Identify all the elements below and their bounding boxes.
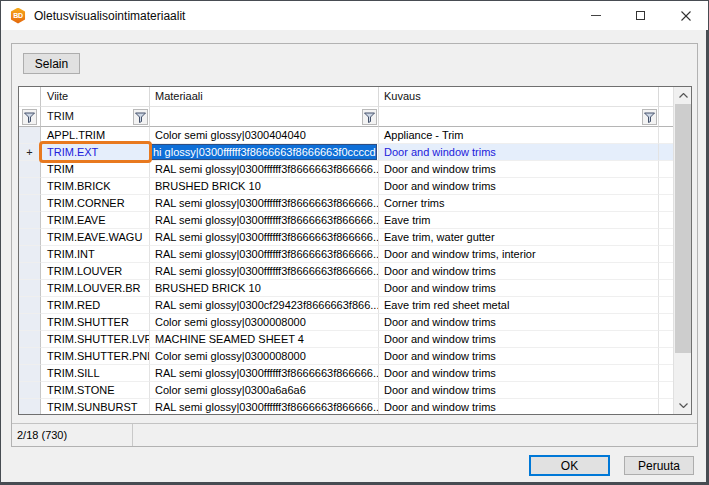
cell-viite[interactable]: TRIM.EAVE.WAGU: [41, 229, 150, 246]
vertical-scrollbar[interactable]: [673, 87, 691, 414]
row-selector-cell[interactable]: [19, 314, 41, 331]
cell-materiaali[interactable]: Color semi glossy|0300a6a6a6: [150, 382, 379, 399]
cell-viite[interactable]: TRIM: [41, 161, 150, 178]
cell-materiaali[interactable]: hi glossy|0300ffffff3f8666663f8666663f0c…: [150, 144, 379, 161]
cancel-button[interactable]: Peruuta: [624, 456, 694, 475]
ok-button[interactable]: OK: [529, 455, 610, 476]
table-row[interactable]: TRIM.SILLRAL semi glossy|0300ffffff3f866…: [19, 365, 673, 382]
table-row[interactable]: APPL.TRIMColor semi glossy|0300404040App…: [19, 127, 673, 144]
material-edit-input[interactable]: hi glossy|0300ffffff3f8666663f8666663f0c…: [150, 144, 377, 160]
table-row[interactable]: TRIM.LOUVER.BRBRUSHED BRICK 10Door and w…: [19, 280, 673, 297]
cell-materiaali[interactable]: MACHINE SEAMED SHEET 4: [150, 331, 379, 348]
table-row[interactable]: TRIM.STONEColor semi glossy|0300a6a6a6Do…: [19, 382, 673, 399]
cell-viite[interactable]: TRIM.LOUVER.BR: [41, 280, 150, 297]
table-row[interactable]: TRIM.SUNBURSTRAL semi glossy|0300ffffff3…: [19, 399, 673, 414]
row-selector-cell[interactable]: [19, 246, 41, 263]
cell-kuvaus[interactable]: Door and window trims: [379, 399, 659, 414]
cell-kuvaus[interactable]: Door and window trims, interior: [379, 246, 659, 263]
cell-kuvaus[interactable]: Eave trim red sheet metal: [379, 297, 659, 314]
cell-viite[interactable]: TRIM.SHUTTER: [41, 314, 150, 331]
cell-viite[interactable]: TRIM.EXT: [41, 144, 150, 161]
cell-viite[interactable]: APPL.TRIM: [41, 127, 150, 144]
cell-kuvaus[interactable]: Door and window trims: [379, 382, 659, 399]
table-row[interactable]: TRIM.INTRAL semi glossy|0300ffffff3f8666…: [19, 246, 673, 263]
cell-viite[interactable]: TRIM.SILL: [41, 365, 150, 382]
cell-kuvaus[interactable]: Door and window trims: [379, 263, 659, 280]
cell-materiaali[interactable]: RAL semi glossy|0300ffffff3f8666663f8666…: [150, 399, 379, 414]
cell-materiaali[interactable]: Color semi glossy|0300008000: [150, 348, 379, 365]
row-selector-cell[interactable]: [19, 178, 41, 195]
scrollbar-thumb[interactable]: [675, 104, 691, 353]
row-selector-cell[interactable]: [19, 212, 41, 229]
cell-viite[interactable]: TRIM.CORNER: [41, 195, 150, 212]
cell-kuvaus[interactable]: Door and window trims: [379, 280, 659, 297]
table-row[interactable]: TRIM.EAVERAL semi glossy|0300ffffff3f866…: [19, 212, 673, 229]
cell-viite[interactable]: TRIM.INT: [41, 246, 150, 263]
cell-kuvaus[interactable]: Door and window trims: [379, 144, 659, 161]
cell-materiaali[interactable]: RAL semi glossy|0300ffffff3f8666663f8666…: [150, 246, 379, 263]
cell-viite[interactable]: TRIM.EAVE: [41, 212, 150, 229]
cell-kuvaus[interactable]: Corner trims: [379, 195, 659, 212]
row-selector-cell[interactable]: [19, 161, 41, 178]
table-row[interactable]: TRIM.REDRAL semi glossy|0300cf29423f8666…: [19, 297, 673, 314]
filter-selector-cell[interactable]: [19, 107, 41, 127]
filter-input-kuvaus[interactable]: [379, 107, 659, 127]
row-selector-cell[interactable]: [19, 263, 41, 280]
row-selector-cell[interactable]: [19, 331, 41, 348]
table-row[interactable]: TRIM.SHUTTER.LVRMACHINE SEAMED SHEET 4Do…: [19, 331, 673, 348]
table-row[interactable]: TRIMRAL semi glossy|0300ffffff3f8666663f…: [19, 161, 673, 178]
table-row[interactable]: +TRIM.EXThi glossy|0300ffffff3f8666663f8…: [19, 144, 673, 161]
cell-materiaali[interactable]: RAL semi glossy|0300ffffff3f8666663f8666…: [150, 195, 379, 212]
cell-kuvaus[interactable]: Eave trim: [379, 212, 659, 229]
cell-kuvaus[interactable]: Door and window trims: [379, 365, 659, 382]
cell-viite[interactable]: TRIM.SHUTTER.PNL: [41, 348, 150, 365]
cell-viite[interactable]: TRIM.BRICK: [41, 178, 150, 195]
cell-materiaali[interactable]: RAL semi glossy|0300cf29423f8666663f866.…: [150, 297, 379, 314]
titlebar[interactable]: BD Oletusvisualisointimateriaalit: [1, 1, 708, 30]
cell-materiaali[interactable]: RAL semi glossy|0300ffffff3f8666663f8666…: [150, 212, 379, 229]
cell-viite[interactable]: TRIM.SUNBURST: [41, 399, 150, 414]
cell-kuvaus[interactable]: Door and window trims: [379, 178, 659, 195]
table-row[interactable]: TRIM.CORNERRAL semi glossy|0300ffffff3f8…: [19, 195, 673, 212]
scroll-up-button[interactable]: [674, 87, 692, 104]
cell-materiaali[interactable]: Color semi glossy|0300008000: [150, 314, 379, 331]
row-selector-cell[interactable]: [19, 297, 41, 314]
table-row[interactable]: TRIM.SHUTTERColor semi glossy|0300008000…: [19, 314, 673, 331]
filter-icon-kuvaus[interactable]: [642, 109, 657, 125]
column-header-kuvaus[interactable]: Kuvaus: [379, 87, 659, 107]
maximize-button[interactable]: [618, 1, 663, 30]
row-selector-cell[interactable]: [19, 195, 41, 212]
browse-button[interactable]: Selain: [23, 53, 80, 74]
filter-icon-materiaali[interactable]: [362, 109, 377, 125]
row-selector-cell[interactable]: [19, 127, 41, 144]
row-selector-cell[interactable]: [19, 365, 41, 382]
cell-kuvaus[interactable]: Appliance - Trim: [379, 127, 659, 144]
cell-kuvaus[interactable]: Door and window trims: [379, 314, 659, 331]
filter-input-materiaali[interactable]: [150, 107, 379, 127]
close-button[interactable]: [663, 1, 708, 30]
cell-viite[interactable]: TRIM.LOUVER: [41, 263, 150, 280]
column-header-viite[interactable]: Viite: [41, 87, 150, 107]
table-row[interactable]: TRIM.EAVE.WAGURAL semi glossy|0300ffffff…: [19, 229, 673, 246]
cell-kuvaus[interactable]: Door and window trims: [379, 161, 659, 178]
table-row[interactable]: TRIM.LOUVERRAL semi glossy|0300ffffff3f8…: [19, 263, 673, 280]
filter-icon-viite[interactable]: [133, 109, 148, 125]
cell-kuvaus[interactable]: Eave trim, water gutter: [379, 229, 659, 246]
row-selector-cell[interactable]: +: [19, 144, 41, 161]
cell-materiaali[interactable]: RAL semi glossy|0300ffffff3f8666663f8666…: [150, 263, 379, 280]
cell-materiaali[interactable]: RAL semi glossy|0300ffffff3f8666663f8666…: [150, 365, 379, 382]
row-selector-cell[interactable]: [19, 348, 41, 365]
minimize-button[interactable]: [573, 1, 618, 30]
row-selector-cell[interactable]: [19, 399, 41, 414]
table-row[interactable]: TRIM.BRICKBRUSHED BRICK 10Door and windo…: [19, 178, 673, 195]
cell-viite[interactable]: TRIM.RED: [41, 297, 150, 314]
row-selector-cell[interactable]: [19, 280, 41, 297]
cell-viite[interactable]: TRIM.SHUTTER.LVR: [41, 331, 150, 348]
filter-input-viite[interactable]: TRIM: [41, 107, 150, 127]
cell-materiaali[interactable]: BRUSHED BRICK 10: [150, 280, 379, 297]
cell-materiaali[interactable]: Color semi glossy|0300404040: [150, 127, 379, 144]
table-row[interactable]: TRIM.SHUTTER.PNLColor semi glossy|030000…: [19, 348, 673, 365]
filter-icon[interactable]: [22, 109, 37, 125]
cell-viite[interactable]: TRIM.STONE: [41, 382, 150, 399]
cell-kuvaus[interactable]: Door and window trims: [379, 348, 659, 365]
